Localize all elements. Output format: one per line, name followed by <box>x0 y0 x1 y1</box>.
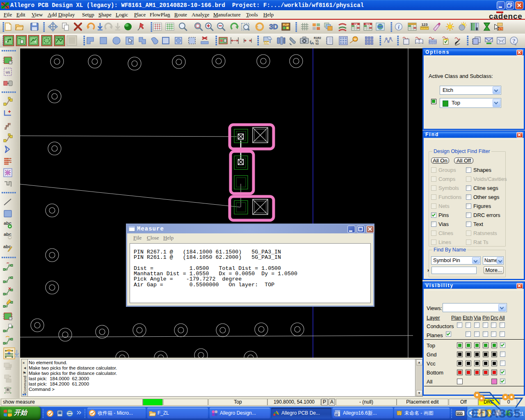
svg-text:DFA: DFA <box>366 23 370 25</box>
svg-text:FLIP: FLIP <box>283 23 289 26</box>
svg-text:ODB: ODB <box>263 41 270 44</box>
svg-text:CM: CM <box>354 23 358 25</box>
svg-text:W: W <box>335 413 338 416</box>
svg-text:123: 123 <box>421 23 427 27</box>
svg-text:V1: V1 <box>315 39 319 42</box>
svg-text:3D: 3D <box>269 23 278 31</box>
svg-text:?: ? <box>512 37 516 44</box>
svg-text:R1R2: R1R2 <box>314 37 321 39</box>
svg-text:U1: U1 <box>6 71 10 74</box>
svg-text:i: i <box>398 24 399 30</box>
svg-text:TP: TP <box>354 38 357 41</box>
svg-text:V2: V2 <box>315 42 319 45</box>
